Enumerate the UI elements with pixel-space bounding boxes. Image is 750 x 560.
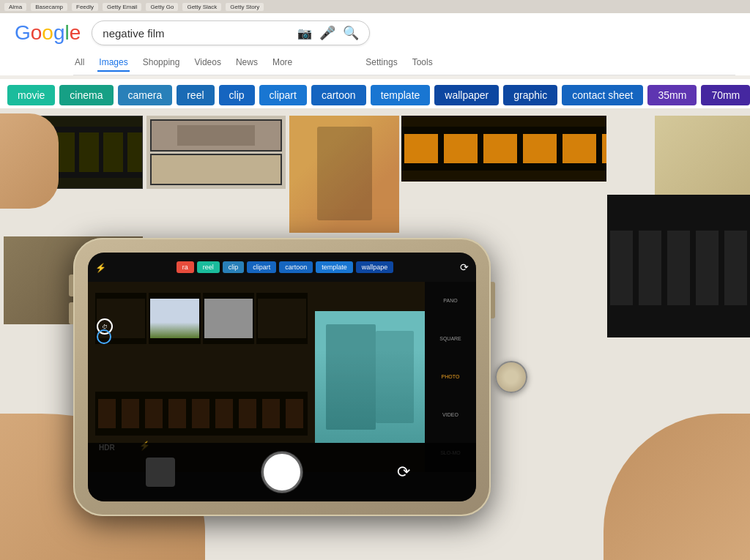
shutter-button[interactable] <box>261 452 302 493</box>
camera-bottom-bar: ⟳ <box>88 443 476 501</box>
amber-film-strip-graphic <box>401 127 606 171</box>
vf-film-strip-bottom <box>95 392 308 436</box>
vf-cyan-soldiers <box>315 311 425 443</box>
mode-photo[interactable]: PHOTO <box>442 373 460 381</box>
film-strip-bottom-graphic <box>607 220 750 316</box>
search-row: Google negative film 📷 🎤 🔍 <box>15 20 735 45</box>
google-nav-tabs: All Images Shopping Videos News More Set… <box>73 51 735 75</box>
phone-chip-reel[interactable]: reel <box>197 261 220 273</box>
result-vintage-photos <box>146 116 286 189</box>
phone-chip-clipart[interactable]: clipart <box>247 261 276 273</box>
chip-movie[interactable]: movie <box>7 85 55 105</box>
vf-frame-house <box>149 293 200 344</box>
search-input[interactable]: negative film <box>103 27 297 40</box>
browser-tab-basecamp[interactable]: Basecamp <box>31 3 67 11</box>
volume-buttons <box>69 275 73 324</box>
phone-filter-chips: ra reel clip clipart cartoon template wa… <box>147 260 423 275</box>
tab-all[interactable]: All <box>73 54 86 72</box>
focus-indicator <box>97 329 111 344</box>
tab-images[interactable]: Images <box>97 54 129 72</box>
tab-shopping[interactable]: Shopping <box>141 54 182 72</box>
browser-toolbar: Alma Basecamp Feedly Getty Email Getty G… <box>0 0 750 13</box>
chip-70mm[interactable]: 70mm <box>701 85 750 105</box>
mode-pano[interactable]: PANO <box>443 296 457 305</box>
browser-tab-getty-story[interactable]: Getty Story <box>226 3 264 11</box>
search-icons: 📷 🎤 🔍 <box>297 25 359 41</box>
result-amber-film-strip <box>401 116 606 182</box>
phone-chip-template[interactable]: template <box>316 261 353 273</box>
iphone-device: ⚡ ra reel clip clipart cartoon template … <box>73 238 491 516</box>
google-logo: Google <box>15 21 81 45</box>
iphone-screen: ⚡ ra reel clip clipart cartoon template … <box>88 253 476 501</box>
chip-reel[interactable]: reel <box>177 85 214 105</box>
result-sepia-person <box>289 116 399 233</box>
volume-up-button[interactable] <box>69 275 73 296</box>
search-box[interactable]: negative film 📷 🎤 🔍 <box>92 20 370 45</box>
browser-tab-alma[interactable]: Alma <box>4 3 26 11</box>
flip-camera-icon: ⟳ <box>397 463 410 482</box>
home-button[interactable] <box>495 361 527 393</box>
camera-flip-control[interactable]: ⟳ <box>460 261 469 274</box>
flash-control[interactable]: ⚡ <box>95 261 110 274</box>
chip-graphic[interactable]: graphic <box>503 85 557 105</box>
chip-cinema[interactable]: cinema <box>59 85 113 105</box>
chip-clipart[interactable]: clipart <box>259 85 307 105</box>
tab-more[interactable]: More <box>271 54 294 72</box>
flash-icon: ⚡ <box>95 263 106 273</box>
mode-video[interactable]: VIDEO <box>442 411 458 419</box>
camera-top-bar: ⚡ ra reel clip clipart cartoon template … <box>88 253 476 282</box>
result-film-strip-right <box>607 195 750 337</box>
vf-soldier-silhouette-2 <box>376 331 415 423</box>
vf-soldier-silhouette-1 <box>326 324 376 430</box>
google-search-area: Google negative film 📷 🎤 🔍 All Images Sh… <box>0 13 750 75</box>
last-photo-thumbnail[interactable] <box>146 458 175 487</box>
search-icon[interactable]: 🔍 <box>343 25 359 41</box>
tab-videos[interactable]: Videos <box>193 54 222 72</box>
mode-square[interactable]: SQUARE <box>439 335 461 343</box>
tab-settings[interactable]: Settings <box>364 54 398 72</box>
viewfinder-film-top <box>95 293 308 344</box>
tab-tools[interactable]: Tools <box>411 54 434 72</box>
volume-down-button[interactable] <box>69 302 73 324</box>
microphone-icon[interactable]: 🎤 <box>319 25 335 41</box>
browser-tab-getty-email[interactable]: Getty Email <box>103 3 141 11</box>
result-map <box>655 116 750 204</box>
camera-flip-icon: ⟳ <box>460 261 469 273</box>
tab-news[interactable]: News <box>234 54 259 72</box>
browser-tab-getty-slack[interactable]: Getty Slack <box>182 3 221 11</box>
browser-tab-feedly[interactable]: Feedly <box>72 3 98 11</box>
camera-flip-button[interactable]: ⟳ <box>389 458 418 487</box>
vf-frame-person <box>203 293 254 344</box>
filter-chips-row: movie cinema camera reel clip clipart ca… <box>0 79 750 111</box>
chip-clip[interactable]: clip <box>219 85 255 105</box>
chip-cartoon[interactable]: cartoon <box>311 85 366 105</box>
phone-chip-ra[interactable]: ra <box>177 261 194 273</box>
chip-wallpaper[interactable]: wallpaper <box>434 85 499 105</box>
finger-overlay <box>0 113 59 209</box>
phone-chip-clip[interactable]: clip <box>223 261 245 273</box>
camera-search-icon[interactable]: 📷 <box>297 26 312 40</box>
chip-35mm[interactable]: 35mm <box>647 85 697 105</box>
chip-template[interactable]: template <box>371 85 431 105</box>
phone-chip-cartoon[interactable]: cartoon <box>279 261 313 273</box>
power-button[interactable] <box>491 282 495 318</box>
chip-camera[interactable]: camera <box>118 85 173 105</box>
browser-tab-getty-go[interactable]: Getty Go <box>146 3 178 11</box>
vf-frame-dark-2 <box>256 293 308 344</box>
phone-chip-wallpaper[interactable]: wallpape <box>356 261 394 273</box>
chip-contact-sheet[interactable]: contact sheet <box>562 85 643 105</box>
